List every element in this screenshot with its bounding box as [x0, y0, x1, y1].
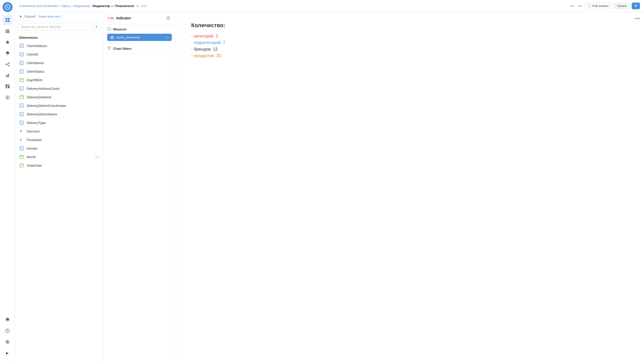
chart-type-icon: 1.2M [107, 15, 114, 22]
svg-text:T: T [21, 105, 22, 107]
list-item[interactable]: T ClientID [15, 50, 103, 59]
text-type-icon: T [19, 146, 24, 151]
center-panel: 1.2M Indicator [103, 12, 176, 362]
topbar: Collections and workbooks / Чарты / Инди… [15, 0, 644, 12]
list-item[interactable]: T ClientAddress [15, 41, 103, 50]
nav-item-charts[interactable] [3, 70, 13, 80]
list-item[interactable]: # FinalSales [15, 135, 103, 144]
nav-item-settings[interactable] [3, 337, 13, 347]
measure-item[interactable]: A some_measures ƒ∞ [107, 34, 172, 41]
svg-rect-18 [8, 86, 10, 88]
saved-button[interactable]: Saved [614, 3, 630, 9]
text-type-icon: T [19, 103, 24, 108]
breadcrumb-sep1: / [59, 4, 60, 8]
chart-header: 1.2M Indicator [103, 12, 176, 24]
undo-button[interactable]: ↩ [570, 3, 575, 9]
search-area: + [15, 21, 103, 33]
text-type-icon: T [19, 112, 24, 117]
svg-text:T: T [21, 147, 22, 150]
date-type-icon [19, 77, 24, 82]
preview-area: Количество: - категорий: 3 - подкатегори… [176, 12, 644, 362]
topbar-more-icon[interactable]: ••• [141, 4, 147, 8]
svg-rect-39 [20, 96, 23, 99]
date-type-icon [19, 95, 24, 100]
svg-rect-2 [8, 18, 10, 20]
dimensions-title: Dimensions [15, 35, 103, 41]
text-type-icon: T [19, 69, 24, 74]
breadcrumb: Collections and workbooks / Чарты / Инди… [19, 4, 134, 8]
nav-item-alerts[interactable] [3, 48, 13, 58]
dimension-name: Month [27, 155, 93, 159]
breadcrumb-charts[interactable]: Чарты [61, 4, 70, 8]
measure-section-title: Measure [107, 27, 172, 32]
list-item[interactable]: T Gender [15, 144, 103, 153]
list-item[interactable]: OrderDate [15, 161, 103, 170]
topbar-actions: ↩ ↪ ⛶ Full screen Saved ▼ [570, 3, 640, 9]
nav-item-grid[interactable] [3, 15, 13, 25]
list-item[interactable]: DayOfBirth [15, 76, 103, 84]
date-type-icon [19, 154, 24, 159]
breadcrumb-indicator[interactable]: Индикатор [73, 4, 90, 8]
dimension-name: DeliveryDistrictName [27, 112, 99, 116]
date-type-icon [19, 163, 24, 168]
svg-text:#: # [20, 129, 22, 133]
dataset-value[interactable]: Sales-time-seri... [38, 15, 63, 18]
formula-indicator: ƒ∞ [95, 155, 99, 158]
nav-item-favorites[interactable] [3, 37, 13, 47]
dropdown-button[interactable]: ▼ [632, 3, 640, 9]
favorite-star-icon[interactable]: ★ [136, 4, 139, 8]
measure-formula-icon: ƒ∞ [165, 36, 169, 39]
svg-text:T: T [21, 70, 22, 73]
nav-item-help[interactable] [3, 326, 13, 336]
nav-logo[interactable] [3, 2, 13, 12]
breadcrumb-sep2: / [71, 4, 72, 8]
dataset-chevron[interactable]: ▼ [19, 15, 22, 18]
dimension-name: DayOfBirth [27, 78, 99, 82]
svg-text:T: T [21, 113, 22, 116]
nav-bottom: ▶ [3, 315, 13, 360]
nav-play-btn[interactable]: ▶ [3, 348, 13, 358]
text-type-icon: T [19, 120, 24, 125]
list-item[interactable]: T DeliveryAddressCoord [15, 84, 103, 93]
dimension-name: FinalSales [27, 138, 99, 142]
fullscreen-button[interactable]: ⛶ Full screen [584, 3, 612, 9]
add-field-button[interactable]: + [93, 23, 100, 30]
list-item[interactable]: T ClientName [15, 59, 103, 67]
svg-rect-7 [6, 32, 10, 33]
list-item[interactable]: DeliveryDatetime [15, 93, 103, 101]
indicator-line-3: - брендов: 12 [191, 47, 629, 52]
filter-section: Chart filters [103, 44, 176, 54]
right-panel: ••• Количество: - категорий: 3 - подкате… [176, 12, 644, 362]
list-item[interactable]: # Discount [15, 127, 103, 135]
nav-item-connections[interactable] [3, 59, 13, 69]
svg-text:T: T [21, 87, 22, 90]
dimension-name: ClientAddress [27, 44, 99, 48]
redo-button[interactable]: ↪ [577, 3, 582, 9]
svg-rect-16 [6, 84, 7, 87]
list-item[interactable]: T ClientStatus [15, 67, 103, 76]
list-item[interactable]: Month ƒ∞ [15, 153, 103, 161]
svg-rect-3 [6, 20, 7, 22]
dimensions-section: Dimensions T ClientAddress [15, 33, 103, 362]
svg-rect-17 [8, 84, 10, 85]
list-item[interactable]: T DeliveryDistrictCoordinates [15, 101, 103, 110]
list-item[interactable]: T DeliveryDistrictName [15, 110, 103, 118]
filter-label: Chart filters [113, 47, 132, 51]
dataset-label: Dataset: [24, 15, 36, 18]
number-type-icon: # [19, 137, 24, 142]
nav-item-dashboards[interactable] [3, 81, 13, 92]
svg-point-8 [6, 64, 7, 65]
search-input[interactable] [18, 23, 91, 30]
nav-item-collections[interactable] [3, 26, 13, 36]
breadcrumb-collections[interactable]: Collections and workbooks [19, 4, 58, 8]
dimension-name: ClientStatus [27, 70, 99, 73]
nav-item-notifications[interactable] [3, 315, 13, 325]
measure-icon [107, 27, 111, 32]
preview-more-button[interactable]: ••• [635, 16, 640, 21]
indicator-line-2: - подкатегорий: 7 [191, 40, 629, 45]
nav-item-geomap[interactable] [3, 93, 13, 103]
chart-settings-button[interactable] [165, 15, 172, 22]
measure-label: Measure [113, 27, 127, 31]
svg-rect-5 [6, 30, 10, 30]
list-item[interactable]: T DeliveryType [15, 118, 103, 127]
